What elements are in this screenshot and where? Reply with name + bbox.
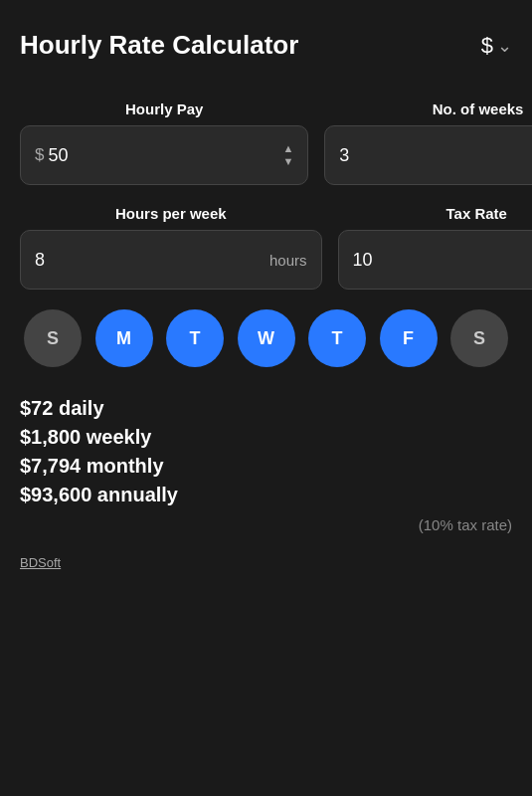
- hours-per-week-field[interactable]: hours: [20, 230, 322, 290]
- results-section: $72 daily $1,800 weekly $7,794 monthly $…: [20, 397, 512, 533]
- num-weeks-field[interactable]: weeks: [324, 125, 532, 185]
- currency-symbol: $: [481, 33, 493, 59]
- footer-link[interactable]: BDSoft: [20, 555, 61, 570]
- num-weeks-group: No. of weeks weeks: [324, 100, 532, 185]
- page-title: Hourly Rate Calculator: [20, 30, 298, 61]
- day-4[interactable]: T: [308, 309, 366, 367]
- inputs-row-1: Hourly Pay $ ▲ ▼ No. of weeks weeks: [20, 100, 512, 185]
- hourly-pay-stepper[interactable]: ▲ ▼: [282, 143, 293, 167]
- day-3[interactable]: W: [238, 309, 295, 367]
- day-1[interactable]: M: [95, 309, 153, 367]
- header: Hourly Rate Calculator $ ⌄: [20, 20, 512, 61]
- tax-rate-group: Tax Rate %: [338, 205, 532, 290]
- currency-selector[interactable]: $ ⌄: [481, 33, 512, 59]
- tax-rate-label: Tax Rate: [338, 205, 532, 222]
- hourly-pay-prefix: $: [35, 145, 44, 165]
- result-daily: $72 daily: [20, 397, 512, 420]
- footer: BDSoft: [20, 553, 512, 571]
- hourly-pay-input[interactable]: [48, 145, 278, 166]
- hourly-pay-group: Hourly Pay $ ▲ ▼: [20, 100, 308, 185]
- day-6[interactable]: S: [450, 309, 508, 367]
- num-weeks-label: No. of weeks: [324, 100, 532, 117]
- day-2[interactable]: T: [166, 309, 224, 367]
- day-0[interactable]: S: [24, 309, 82, 367]
- hours-per-week-suffix: hours: [269, 252, 307, 269]
- hourly-pay-field[interactable]: $ ▲ ▼: [20, 125, 308, 185]
- result-monthly: $7,794 monthly: [20, 455, 512, 478]
- stepper-down-icon[interactable]: ▼: [282, 156, 293, 167]
- result-weekly: $1,800 weekly: [20, 426, 512, 449]
- num-weeks-input[interactable]: [339, 145, 532, 166]
- tax-rate-input[interactable]: [353, 250, 532, 271]
- tax-note: (10% tax rate): [20, 516, 512, 533]
- day-5[interactable]: F: [380, 309, 438, 367]
- days-row: SMTWTFS: [20, 309, 512, 367]
- hours-per-week-group: Hours per week hours: [20, 205, 322, 290]
- stepper-up-icon[interactable]: ▲: [282, 143, 293, 154]
- tax-rate-field[interactable]: %: [338, 230, 532, 290]
- hours-per-week-label: Hours per week: [20, 205, 322, 222]
- result-annually: $93,600 annually: [20, 484, 512, 506]
- hourly-pay-label: Hourly Pay: [20, 100, 308, 117]
- hours-per-week-input[interactable]: [35, 250, 266, 271]
- inputs-row-2: Hours per week hours Tax Rate %: [20, 205, 512, 290]
- chevron-down-icon: ⌄: [497, 35, 512, 57]
